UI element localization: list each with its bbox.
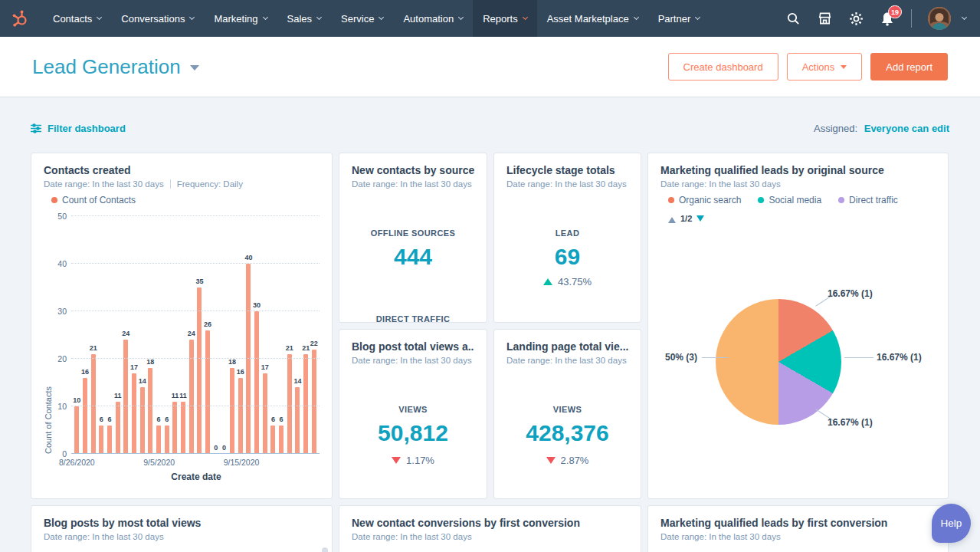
help-button[interactable]: Help xyxy=(932,504,971,543)
page-down-icon[interactable] xyxy=(696,215,704,225)
card-contacts-created: Contacts created Date range: In the last… xyxy=(31,153,333,499)
bar[interactable] xyxy=(91,354,96,454)
avatar[interactable] xyxy=(928,7,951,30)
bar-value-label: 6 xyxy=(165,416,169,423)
bar-column: 17 xyxy=(261,216,269,454)
search-icon[interactable] xyxy=(785,11,801,26)
bar[interactable] xyxy=(74,406,79,454)
pie-chart[interactable] xyxy=(716,299,841,425)
bar[interactable] xyxy=(238,378,243,454)
bar[interactable] xyxy=(123,340,128,454)
settings-gear-icon[interactable] xyxy=(848,11,864,26)
bar[interactable] xyxy=(295,387,300,454)
bar[interactable] xyxy=(197,288,202,454)
metric-label: LEAD xyxy=(506,228,628,238)
y-axis-tick: 10 xyxy=(57,402,67,411)
bar[interactable] xyxy=(312,350,316,454)
callout-line xyxy=(702,357,728,358)
bar[interactable] xyxy=(156,426,161,454)
card-title: Blog posts by most total views xyxy=(44,517,320,529)
bar[interactable] xyxy=(181,402,185,454)
y-axis: 01020304050 xyxy=(53,216,71,454)
user-menu[interactable] xyxy=(928,7,966,30)
add-report-button[interactable]: Add report xyxy=(870,53,948,80)
bar[interactable] xyxy=(165,426,169,454)
nav-divider xyxy=(911,9,912,28)
hubspot-logo-icon[interactable] xyxy=(11,8,31,28)
bar-value-label: 16 xyxy=(81,368,89,376)
top-navigation: ContactsConversationsMarketingSalesServi… xyxy=(0,0,980,37)
bar[interactable] xyxy=(83,378,87,454)
create-dashboard-button[interactable]: Create dashboard xyxy=(668,53,778,80)
card-title: Marketing qualified leads by first conve… xyxy=(660,517,936,529)
nav-item-service[interactable]: Service xyxy=(331,0,393,37)
assigned-status: Assigned: Everyone can edit xyxy=(814,123,949,134)
filter-dashboard-link[interactable]: Filter dashboard xyxy=(31,123,126,134)
nav-item-sales[interactable]: Sales xyxy=(277,0,332,37)
gridline xyxy=(71,215,320,216)
nav-item-asset-marketplace[interactable]: Asset Marketplace xyxy=(537,0,648,37)
bar[interactable] xyxy=(116,402,120,454)
legend-label: Social media xyxy=(769,195,821,205)
bar[interactable] xyxy=(287,354,292,454)
chevron-down-icon xyxy=(262,15,267,20)
bar-value-label: 16 xyxy=(237,368,244,376)
bar[interactable] xyxy=(246,264,251,454)
dashboard-grid: Contacts created Date range: In the last… xyxy=(31,153,949,552)
nav-item-partner[interactable]: Partner xyxy=(648,0,710,37)
bar[interactable] xyxy=(270,426,275,454)
bar-value-label: 24 xyxy=(188,330,195,337)
nav-item-conversations[interactable]: Conversations xyxy=(111,0,204,37)
actions-button[interactable]: Actions xyxy=(787,53,863,80)
bar[interactable] xyxy=(263,373,267,454)
assigned-label: Assigned: xyxy=(814,123,857,134)
nav-item-marketing[interactable]: Marketing xyxy=(204,0,277,37)
metric-label: DIRECT TRAFFIC xyxy=(352,314,474,323)
date-range-label: Date range: In the last 30 days xyxy=(660,532,781,541)
bar[interactable] xyxy=(140,387,145,454)
frequency-label: Frequency: Daily xyxy=(177,179,243,189)
bar-column: 24 xyxy=(187,216,195,454)
nav-item-reports[interactable]: Reports xyxy=(473,0,537,37)
metric-delta: 43.75% xyxy=(506,276,628,288)
card-lifecycle-stage-totals: Lifecycle stage totals Date range: In th… xyxy=(493,153,641,323)
dashboard-body: Filter dashboard Assigned: Everyone can … xyxy=(0,97,980,552)
scrollbar-thumb[interactable] xyxy=(322,547,328,552)
bar-column: 18 xyxy=(228,216,237,454)
card-new-contacts-by-source: New contacts by source Date range: In th… xyxy=(339,153,487,323)
bar[interactable] xyxy=(230,368,234,454)
bar[interactable] xyxy=(254,311,259,454)
nav-item-automation[interactable]: Automation xyxy=(393,0,473,37)
marketplace-icon[interactable] xyxy=(817,11,832,26)
bar[interactable] xyxy=(279,426,284,454)
bar[interactable] xyxy=(99,426,103,454)
primary-nav-items: ContactsConversationsMarketingSalesServi… xyxy=(43,0,710,37)
nav-item-contacts[interactable]: Contacts xyxy=(43,0,111,37)
bar[interactable] xyxy=(132,373,136,454)
bar[interactable] xyxy=(148,368,152,454)
bar-value-label: 6 xyxy=(271,416,275,423)
gridline xyxy=(71,263,320,264)
column-2: New contacts by source Date range: In th… xyxy=(339,153,487,499)
date-range-label: Date range: In the last 30 days xyxy=(352,356,472,365)
notifications-bell-icon[interactable]: 19 xyxy=(880,11,895,26)
bar-column: 35 xyxy=(195,216,204,454)
page-up-icon[interactable] xyxy=(668,213,676,223)
dashboard-title-dropdown[interactable]: Lead Generation xyxy=(32,55,199,79)
nav-item-label: Automation xyxy=(403,13,454,25)
card-title: Contacts created xyxy=(44,164,320,176)
bar[interactable] xyxy=(303,354,308,454)
card-new-contact-conversions: New contact conversions by first convers… xyxy=(339,505,641,552)
bar[interactable] xyxy=(172,402,177,454)
y-axis-tick: 30 xyxy=(57,307,67,316)
bar-value-label: 21 xyxy=(286,344,293,352)
bar-column: 10 xyxy=(73,216,81,454)
bar-chart-plot[interactable]: 1016216611241714186611112435260018164030… xyxy=(71,216,320,454)
bar[interactable] xyxy=(189,340,194,454)
bar-column: 6 xyxy=(162,216,171,454)
bar[interactable] xyxy=(107,426,112,454)
date-range-label: Date range: In the last 30 days xyxy=(44,179,164,189)
metric-block: VIEWS 50,812 1.17% xyxy=(352,405,474,468)
assigned-value-link[interactable]: Everyone can edit xyxy=(864,123,949,134)
bar[interactable] xyxy=(205,330,210,454)
